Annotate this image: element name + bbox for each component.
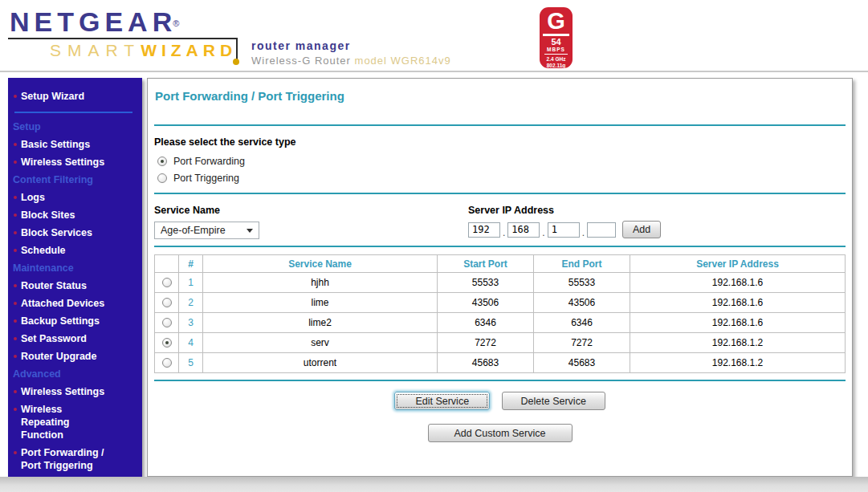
column-header-service-name: Service Name bbox=[203, 255, 438, 273]
badge-letter: G bbox=[540, 9, 573, 33]
cell-num: 2 bbox=[179, 293, 203, 313]
sidebar-item-port-forwarding-port-triggering[interactable]: Port Forwarding / Port Triggering bbox=[8, 444, 142, 474]
edit-service-button[interactable]: Edit Service bbox=[394, 392, 490, 410]
sidebar-item-router-upgrade[interactable]: Router Upgrade bbox=[8, 348, 142, 365]
product-info: router manager Wireless-G Router model W… bbox=[251, 39, 451, 67]
add-custom-service-button[interactable]: Add Custom Service bbox=[428, 424, 573, 442]
sidebar-item-setup-wizard[interactable]: Setup Wizard bbox=[8, 87, 142, 105]
divider bbox=[154, 380, 846, 381]
table-header-row: #Service NameStart PortEnd PortServer IP… bbox=[155, 255, 846, 273]
cell-service-name: hjhh bbox=[203, 273, 438, 293]
cell-num: 5 bbox=[179, 353, 203, 373]
sidebar-item-wireless-settings[interactable]: Wireless Settings bbox=[8, 383, 142, 401]
cell-server-ip: 192.168.1.6 bbox=[630, 293, 846, 313]
sidebar-item-schedule[interactable]: Schedule bbox=[8, 242, 142, 259]
table-row: 3lime263466346192.168.1.6 bbox=[155, 313, 846, 333]
service-name-select[interactable]: Age-of-Empire bbox=[154, 222, 259, 239]
delete-service-button[interactable]: Delete Service bbox=[502, 392, 605, 410]
bullet-icon bbox=[14, 143, 17, 146]
sidebar-item-label: Block Services bbox=[21, 226, 92, 239]
ip-octet-input-4[interactable] bbox=[587, 222, 616, 238]
radio-option-label: Port Triggering bbox=[173, 173, 239, 184]
registered-mark: ® bbox=[173, 18, 179, 28]
sidebar-item-router-status[interactable]: Router Status bbox=[8, 277, 142, 295]
table-row: 2lime4350643506192.168.1.6 bbox=[155, 293, 846, 313]
sidebar-item-label: Basic Settings bbox=[21, 138, 90, 151]
row-select-cell bbox=[155, 313, 179, 333]
row-radio-button-icon[interactable] bbox=[162, 338, 172, 348]
cell-service-name: lime bbox=[203, 293, 438, 313]
row-radio-button-icon[interactable] bbox=[162, 358, 172, 368]
ip-octet-input-1[interactable] bbox=[468, 222, 500, 238]
sidebar-item-label: Block Sites bbox=[21, 209, 75, 222]
service-name-label: Service Name bbox=[154, 205, 468, 216]
sidebar-item-basic-settings[interactable]: Basic Settings bbox=[8, 136, 142, 153]
bullet-icon bbox=[14, 196, 17, 199]
divider bbox=[154, 246, 846, 247]
sidebar-item-set-password[interactable]: Set Password bbox=[8, 330, 142, 348]
radio-button-icon[interactable] bbox=[157, 157, 167, 166]
row-radio-button-icon[interactable] bbox=[162, 318, 172, 327]
badge-line bbox=[544, 54, 568, 55]
sidebar-section-maintenance: Maintenance bbox=[8, 259, 142, 277]
sidebar-item-label: Backup Settings bbox=[21, 315, 100, 327]
ip-octet-input-3[interactable] bbox=[548, 222, 580, 238]
server-ip-octets: ... bbox=[468, 221, 616, 238]
column-header-end-port: End Port bbox=[534, 255, 630, 273]
badge-standard: 802.11g bbox=[540, 63, 573, 68]
sidebar-item-block-sites[interactable]: Block Sites bbox=[8, 206, 142, 224]
bullet-icon bbox=[14, 302, 17, 305]
cell-num: 3 bbox=[179, 313, 203, 333]
server-ip-group: Server IP Address ... Add bbox=[468, 205, 661, 239]
sidebar-item-wireless-settings[interactable]: Wireless Settings bbox=[8, 153, 142, 171]
table-row: 5utorrent4568345683192.168.1.2 bbox=[155, 353, 846, 373]
netgear-logo: NETGEAR® bbox=[10, 6, 179, 38]
sidebar-item-block-services[interactable]: Block Services bbox=[8, 224, 142, 242]
ip-octet-input-2[interactable] bbox=[507, 222, 540, 238]
sidebar-item-logs[interactable]: Logs bbox=[8, 189, 142, 206]
column-header-start-port: Start Port bbox=[438, 255, 534, 273]
bullet-icon bbox=[14, 337, 17, 340]
bottom-strip bbox=[0, 477, 868, 492]
cell-num: 1 bbox=[179, 273, 203, 293]
cell-end-port: 6346 bbox=[534, 313, 630, 333]
sidebar-item-label: Schedule bbox=[21, 244, 66, 257]
radio-button-icon[interactable] bbox=[157, 173, 167, 183]
bullet-icon bbox=[14, 319, 17, 323]
cell-server-ip: 192.168.1.2 bbox=[630, 333, 846, 353]
server-ip-row: ... Add bbox=[468, 221, 661, 238]
cell-service-name: utorrent bbox=[203, 353, 438, 373]
cell-server-ip: 192.168.1.6 bbox=[630, 273, 846, 293]
row-select-cell bbox=[155, 293, 179, 313]
sidebar-item-wireless-repeating-function[interactable]: Wireless Repeating Function bbox=[8, 401, 142, 444]
cell-end-port: 7272 bbox=[534, 333, 630, 353]
add-custom-row: Add Custom Service bbox=[154, 424, 846, 442]
dropdown-arrow-icon bbox=[247, 229, 253, 233]
dot-separator: . bbox=[542, 227, 544, 238]
cell-end-port: 43506 bbox=[534, 293, 630, 313]
sidebar-item-label: Port Forwarding / Port Triggering bbox=[21, 446, 104, 472]
sidebar-item-label: Logs bbox=[21, 191, 45, 204]
cell-server-ip: 192.168.1.6 bbox=[630, 313, 846, 333]
service-type-options: Port ForwardingPort Triggering bbox=[154, 152, 846, 186]
service-name-value: Age-of-Empire bbox=[161, 225, 226, 236]
row-radio-button-icon[interactable] bbox=[162, 278, 172, 287]
radio-option-port-forwarding[interactable]: Port Forwarding bbox=[154, 152, 846, 169]
radio-option-port-triggering[interactable]: Port Triggering bbox=[154, 169, 846, 186]
bullet-icon bbox=[14, 161, 17, 164]
add-button[interactable]: Add bbox=[622, 221, 661, 238]
wireless-g-badge-icon: G 54 MBPS 2.4 GHz 802.11g bbox=[540, 7, 573, 68]
badge-unit: MBPS bbox=[540, 47, 573, 52]
sidebar-item-attached-devices[interactable]: Attached Devices bbox=[8, 295, 142, 312]
bullet-icon bbox=[14, 408, 17, 411]
badge-bar bbox=[543, 34, 569, 36]
bullet-icon bbox=[14, 355, 17, 358]
cell-service-name: serv bbox=[203, 333, 438, 353]
bullet-icon bbox=[14, 390, 17, 393]
sidebar-item-label: Set Password bbox=[21, 332, 87, 345]
row-radio-button-icon[interactable] bbox=[162, 298, 172, 307]
dot-separator: . bbox=[503, 227, 505, 238]
sidebar-nav: Setup WizardSetupBasic SettingsWireless … bbox=[8, 78, 142, 477]
bullet-icon bbox=[14, 249, 17, 252]
sidebar-item-backup-settings[interactable]: Backup Settings bbox=[8, 312, 142, 330]
